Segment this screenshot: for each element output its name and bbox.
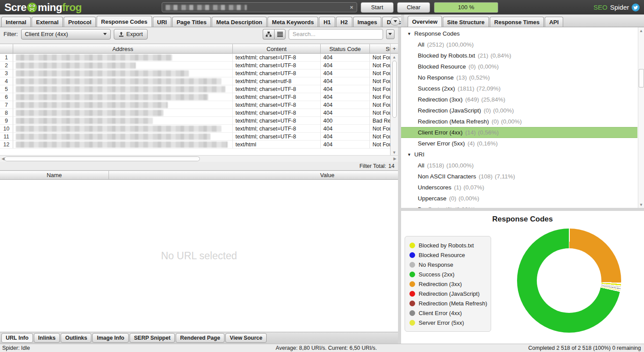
tree-item[interactable]: ▼ Blocked Resource (0) (0,00%) (401, 61, 644, 72)
status-code-cell[interactable]: 404 (321, 109, 370, 117)
main-tab[interactable]: Meta Description (212, 17, 267, 27)
tree-item[interactable]: ▼ Blocked by Robots.txt (21) (0,84%) (401, 50, 644, 61)
address-cell[interactable] (13, 141, 233, 149)
tab-overflow-button[interactable] (391, 17, 400, 25)
tree-item[interactable]: ▼ Server Error (5xx) (4) (0,16%) (401, 138, 644, 149)
tree-item[interactable]: ▼ Underscores (1) (0,07%) (401, 182, 644, 193)
main-tab[interactable]: Internal (1, 17, 31, 27)
content-cell[interactable]: text/html; charset=UTF-8 (233, 125, 321, 133)
table-row[interactable]: 12 text/html 404 Not Found (0, 141, 394, 149)
table-row[interactable]: 3 text/html; charset=UTF-8 404 Not Found (0, 69, 394, 77)
tree-item[interactable]: ▼ All (2512) (100,00%) (401, 39, 644, 50)
status-code-cell[interactable]: 404 (321, 62, 370, 69)
scroll-down-arrow[interactable]: ▼ (391, 149, 398, 156)
tree-item[interactable]: ▼ Client Error (4xx) (14) (0,56%) (401, 127, 637, 138)
table-row[interactable]: 8 text/html; charset=UTF-8 404 Not Found (0, 109, 394, 117)
table-row[interactable]: 2 text/html; charset=UTF-8 404 Not Found (0, 62, 394, 69)
scroll-down-arrow[interactable]: ▼ (638, 201, 644, 208)
content-cell[interactable]: text/html; charset=UTF-8 (233, 85, 321, 93)
table-row[interactable]: 6 text/html; charset=UTF-8 404 Not Found (0, 93, 394, 101)
tree-item[interactable]: ▼ Redirection (3xx) (649) (25,84%) (401, 94, 644, 105)
address-cell[interactable] (13, 117, 233, 125)
status-code-column-header[interactable]: Status Code (321, 44, 370, 54)
address-cell[interactable] (13, 101, 233, 109)
status-code-cell[interactable]: 404 (321, 141, 370, 149)
url-input[interactable]: × (162, 2, 357, 12)
table-row[interactable]: 11 text/html; charset=UTF-8 404 Not Foun… (0, 133, 394, 141)
address-cell[interactable] (13, 62, 233, 69)
scrollbar-thumb[interactable] (4, 156, 200, 161)
tree-item[interactable]: ▼ All (1518) (100,00%) (401, 160, 644, 171)
tree-item[interactable]: ▼ Duplicate (0) (0,00%) (401, 204, 644, 208)
main-tab[interactable]: Meta Keywords (268, 17, 318, 27)
status-code-cell[interactable]: 400 (321, 117, 370, 125)
status-code-cell[interactable]: 404 (321, 85, 370, 93)
address-cell[interactable] (13, 133, 233, 141)
main-tab[interactable]: H2 (336, 17, 352, 27)
tree-item[interactable]: ▼ URI (401, 149, 644, 160)
table-row[interactable]: 5 text/html; charset=UTF-8 404 Not Found (0, 85, 394, 93)
table-row[interactable]: 7 text/html; charset=UTF-8 404 Not Found (0, 101, 394, 109)
add-column-button[interactable]: + (391, 44, 398, 54)
table-row[interactable]: 9 text/html; charset=UTF-8 400 Bad Reque… (0, 117, 394, 125)
content-cell[interactable]: text/html; charset=UTF-8 (233, 133, 321, 141)
start-button[interactable]: Start (361, 2, 394, 13)
tree-view-button[interactable] (263, 29, 274, 40)
detail-tab[interactable]: SERP Snippet (130, 333, 175, 343)
content-cell[interactable]: text/html (233, 141, 321, 149)
scrollbar-thumb[interactable] (639, 69, 644, 87)
tree-item[interactable]: ▼ Response Codes (401, 28, 644, 39)
name-column-header[interactable]: Name (0, 171, 109, 180)
detail-tab[interactable]: Inlinks (34, 333, 60, 343)
status-code-cell[interactable]: 404 (321, 125, 370, 133)
scroll-up-arrow[interactable]: ▲ (391, 54, 398, 60)
status-code-cell[interactable]: 404 (321, 93, 370, 101)
scrollbar-thumb[interactable] (392, 61, 397, 118)
table-row[interactable]: 10 text/html; charset=UTF-8 404 Not Foun… (0, 125, 394, 133)
status-code-cell[interactable]: 404 (321, 54, 370, 62)
content-cell[interactable]: text/html; charset=UTF-8 (233, 101, 321, 109)
detail-tab[interactable]: View Source (225, 333, 267, 343)
main-tab[interactable]: Page Titles (172, 17, 211, 27)
content-cell[interactable]: text/html; charset=UTF-8 (233, 54, 321, 62)
search-options-button[interactable] (386, 29, 394, 39)
tree-item[interactable]: ▼ Redirection (JavaScript) (0) (0,00%) (401, 105, 644, 116)
filter-dropdown[interactable]: Client Error (4xx) (21, 29, 111, 40)
value-column-header[interactable]: Value (109, 171, 398, 180)
main-tab[interactable]: H1 (319, 17, 335, 27)
main-tab[interactable]: Images (353, 17, 382, 27)
side-tab[interactable]: Response Times (490, 17, 544, 27)
status-code-cell[interactable]: 404 (321, 69, 370, 77)
address-cell[interactable] (13, 125, 233, 133)
address-cell[interactable] (13, 93, 233, 101)
main-tab[interactable]: URI (153, 17, 171, 27)
detail-tab[interactable]: Outlinks (61, 333, 91, 343)
side-tab[interactable]: API (545, 17, 563, 27)
tree-item[interactable]: ▼ No Response (13) (0,52%) (401, 72, 644, 83)
tree-item[interactable]: ▼ Non ASCII Characters (108) (7,11%) (401, 171, 644, 182)
table-row[interactable]: 1 text/html; charset=UTF-8 404 Not Found (0, 54, 394, 62)
twitter-icon[interactable] (632, 4, 640, 11)
list-view-button[interactable] (274, 29, 286, 40)
content-cell[interactable]: text/html; charset=UTF-8 (233, 62, 321, 69)
tree-item[interactable]: ▼ Success (2xx) (1811) (72,09%) (401, 83, 644, 94)
tree-item[interactable]: ▼ Redirection (Meta Refresh) (0) (0,00%) (401, 116, 644, 127)
address-cell[interactable] (13, 54, 233, 62)
side-tab[interactable]: Overview (408, 16, 442, 27)
collapse-triangle-icon[interactable]: ▼ (407, 152, 411, 157)
address-cell[interactable] (13, 85, 233, 93)
table-row[interactable]: 4 text/html; charset=utf-8 404 Not Found (0, 77, 394, 85)
content-cell[interactable]: text/html; charset=UTF-8 (233, 69, 321, 77)
content-cell[interactable]: text/html; charset=UTF-8 (233, 109, 321, 117)
address-column-header[interactable]: Address (13, 44, 233, 54)
export-button[interactable]: Export (114, 29, 148, 40)
detail-tab[interactable]: Image Info (92, 333, 129, 343)
address-cell[interactable] (13, 109, 233, 117)
content-cell[interactable]: text/html; charset=utf-8 (233, 77, 321, 85)
side-tab[interactable]: Site Structure (443, 17, 489, 27)
clear-button[interactable]: Clear (397, 2, 430, 13)
main-tab[interactable]: External (32, 17, 63, 27)
content-cell[interactable]: text/html; charset=UTF-8 (233, 117, 321, 125)
scroll-right-arrow[interactable]: ▶ (392, 156, 398, 161)
clear-url-icon[interactable]: × (350, 4, 353, 11)
